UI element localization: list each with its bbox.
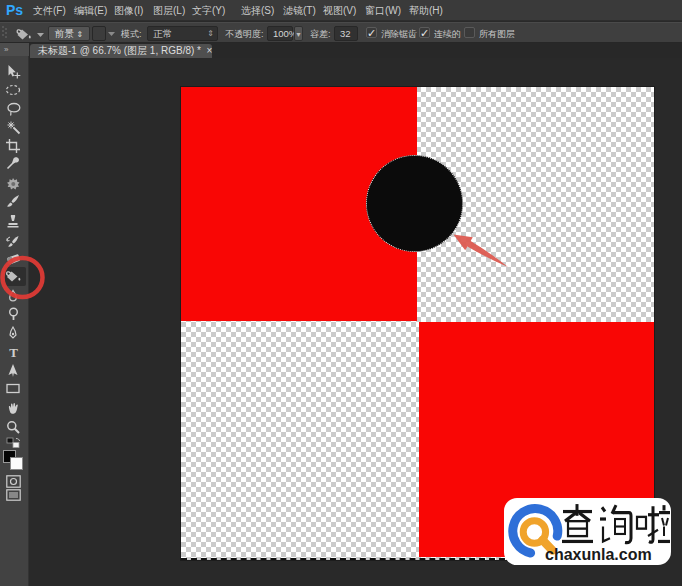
svg-text:T: T (9, 346, 18, 359)
